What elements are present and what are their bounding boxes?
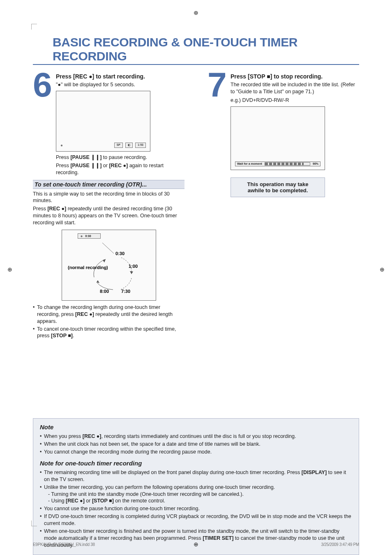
note-item: You cannot change the recording mode dur… [40, 449, 352, 456]
page-title: BASIC RECORDING & ONE-TOUCH TIMER RECORD… [33, 24, 359, 65]
note-item: If DVD one-touch timer recording is comp… [40, 513, 352, 527]
stop-button-label: [STOP ■] [51, 333, 73, 339]
otr-heading: To set one-touch timer recording (OTR)..… [33, 180, 184, 189]
step6-title: Press [REC ●] to start recording. [56, 73, 184, 80]
otr-steps: Press [REC ●] repeatedly until the desir… [33, 205, 184, 226]
display-button-label: [DISPLAY] [302, 470, 327, 475]
text: Press [33, 206, 47, 212]
text: - Using [48, 498, 66, 504]
note-sub: - Using [REC ●] or [STOP ■] on the remot… [44, 497, 352, 504]
osd-sp-badge: SP [114, 143, 123, 148]
callout-line: This operation may take [239, 181, 316, 187]
note-box: Note When you press [REC ●], recording s… [33, 418, 359, 555]
crop-mark [31, 24, 37, 30]
wait-label: Wait for a moment [237, 162, 262, 165]
registration-mark-icon: ⊕ [194, 541, 198, 548]
print-date: 3/25/2009 3:47:49 PM [321, 542, 359, 547]
restart-instruction: Press [PAUSE ❙❙] or [REC ●] again to res… [56, 162, 184, 176]
text: . [73, 333, 74, 339]
osd-preview-progress: Wait for a moment 90% [231, 106, 325, 170]
print-file: E9PKAUD_DVR620KU_EN.indd 38 [33, 542, 95, 547]
note-heading: Note [40, 423, 352, 431]
ring-label-800: 8:00 [100, 289, 109, 294]
note-item: When the unit clock has not been set, th… [40, 441, 352, 448]
step7-text1: The recorded title will be included in t… [231, 81, 359, 95]
text: The remaining recording time will be dis… [44, 470, 302, 475]
text: , recording starts immediately and conti… [101, 433, 296, 439]
osd-preview: ● SP ◐ 1:53 [56, 91, 150, 152]
timer-set-button-label: [TIMER SET] [203, 535, 233, 541]
otr-ring-diagram: 0:30 1:00 7:30 8:00 (normal recording) [68, 241, 150, 295]
rec-button-label: [REC ●] [73, 73, 94, 80]
record-dot-icon: ● [81, 234, 83, 238]
step6-subtext: "●" will be displayed for 5 seconds. [56, 81, 184, 88]
rec-button-label: [REC ●] [47, 206, 66, 212]
osd-time-badge: 1:53 [135, 143, 146, 148]
otr-strip-time: 0:30 [85, 235, 91, 237]
step-number-7: 7 [208, 72, 228, 197]
note-item: Unlike the timer recording, you can perf… [40, 484, 352, 505]
rec-button-label: [REC ●] [83, 433, 101, 439]
rec-button-label: [REC ●] [66, 498, 85, 504]
text: to pause recording. [101, 154, 147, 160]
otr-bullet-cancel: To cancel one-touch timer recording with… [33, 326, 184, 340]
ring-label-030: 0:30 [115, 251, 125, 256]
svg-marker-3 [103, 259, 106, 263]
otr-ring-preview: ● 0:30 0:30 1:00 7:30 8:00 [62, 230, 156, 301]
record-dot-icon: ● [60, 143, 63, 147]
otr-intro: This is a simple way to set the recordin… [33, 191, 184, 205]
ring-label-730: 7:30 [121, 289, 130, 294]
osd-disc-icon: ◐ [125, 143, 133, 148]
registration-mark-icon: ⊕ [7, 266, 12, 273]
step-number-6: 6 [33, 72, 53, 177]
callout-line: awhile to be completed. [239, 187, 316, 193]
stop-button-label: [STOP ■] [248, 73, 272, 80]
registration-mark-icon: ⊕ [194, 9, 198, 16]
pause-instruction: Press [PAUSE ❙❙] to pause recording. [56, 154, 184, 161]
note-heading-2: Note for one-touch timer recording [40, 459, 352, 467]
crop-mark [31, 520, 37, 526]
note-item: You cannot use the pause function during… [40, 505, 352, 512]
ring-label-100: 1:00 [129, 264, 138, 269]
progress-bar [265, 162, 310, 166]
text: to stop recording. [272, 73, 323, 80]
pause-button-label: [PAUSE ❙❙] [70, 163, 101, 168]
rec-button-label: [REC ●] [109, 163, 128, 168]
note-item: The remaining recording time will be dis… [40, 469, 352, 483]
pause-button-label: [PAUSE ❙❙] [70, 154, 101, 160]
text: When you press [44, 433, 83, 439]
text: or [85, 498, 92, 504]
text: or [101, 163, 109, 168]
text: Press [56, 154, 70, 160]
note-sub: - Turning the unit into the standby mode… [44, 491, 352, 498]
note-item: When you press [REC ●], recording starts… [40, 433, 352, 440]
completion-callout: This operation may take awhile to be com… [231, 177, 325, 197]
rec-button-label: [REC ●] [75, 311, 94, 317]
text: Press [231, 73, 248, 80]
text: on the remote control. [114, 498, 165, 504]
text: Press [56, 163, 70, 168]
step7-eg: e.g.) DVD+R/DVD-RW/-R [231, 97, 359, 104]
step7-title: Press [STOP ■] to stop recording. [231, 73, 359, 80]
text: Press [56, 73, 73, 80]
text: Unlike the timer recording, you can perf… [44, 484, 275, 490]
stop-button-label: [STOP ■] [92, 498, 114, 504]
otr-bullet-change: To change the recording length during on… [33, 304, 184, 325]
registration-mark-icon: ⊕ [380, 266, 385, 273]
svg-marker-1 [130, 271, 133, 274]
svg-line-0 [102, 243, 114, 253]
pct-label: 90% [313, 162, 318, 165]
text: to start recording. [94, 73, 145, 80]
ring-label-normal: (normal recording) [68, 265, 108, 270]
